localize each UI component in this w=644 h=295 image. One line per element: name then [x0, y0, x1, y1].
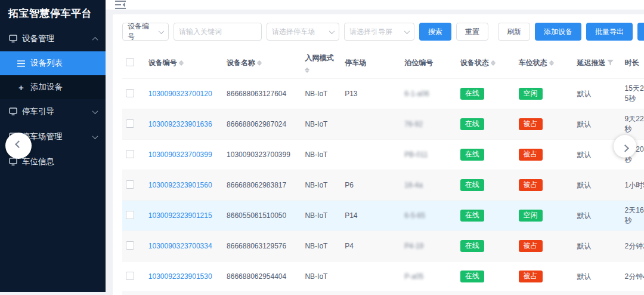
- chevron-down-icon: [159, 28, 165, 34]
- add-device-button[interactable]: 添加设备: [535, 23, 581, 41]
- batch-export-button[interactable]: 批量导出: [586, 23, 633, 41]
- sidebar-item-parking-guidance[interactable]: 停车引导: [0, 99, 106, 124]
- row-checkbox[interactable]: [126, 180, 134, 189]
- parking-lot-cell: 空间公司停车场: [341, 292, 401, 295]
- batch-delete-button[interactable]: 批量删除: [637, 23, 644, 41]
- device-name-cell: 866055061510050: [223, 201, 301, 231]
- parking-lot-cell: P13: [341, 79, 401, 109]
- col-duration: 时长: [625, 59, 639, 67]
- filter-funnel-icon[interactable]: [607, 59, 614, 67]
- row-checkbox[interactable]: [126, 119, 134, 128]
- chevron-left-icon: [15, 140, 23, 148]
- sort-icon[interactable]: [549, 60, 554, 66]
- col-device-name[interactable]: 设备名称: [227, 58, 255, 68]
- chevron-down-icon: [92, 133, 98, 139]
- chevron-up-icon: [92, 36, 98, 42]
- search-button[interactable]: 搜索: [419, 23, 451, 41]
- sort-icon[interactable]: [257, 60, 262, 66]
- sidebar-item-device-list[interactable]: 设备列表: [0, 51, 106, 75]
- duration-cell: 2分钟41秒: [621, 262, 644, 292]
- duration-cell: 2分钟22秒: [621, 231, 644, 262]
- col-delay-push[interactable]: 延迟推送: [577, 58, 605, 68]
- content-area: 设备编号 请选择停车场 请选择引导屏 搜索 重置 刷新 添加设备: [106, 10, 644, 295]
- col-slot-status[interactable]: 车位状态: [519, 58, 547, 68]
- delay-push-cell: 默认: [573, 170, 621, 201]
- sidebar-item-label: 添加设备: [30, 82, 63, 93]
- network-mode-cell: NB-IoT: [301, 201, 341, 231]
- sidebar-item-label: 设备列表: [30, 58, 63, 69]
- device-name-cell: 866688063129576: [223, 231, 301, 262]
- reset-button[interactable]: 重置: [456, 23, 488, 41]
- berth-no-cell: 76-92: [404, 120, 423, 128]
- device-id-link[interactable]: 1030092323901215: [148, 211, 212, 220]
- table-row: 1030092323901560 866688062983817 NB-IoT …: [122, 170, 644, 201]
- slot-status-badge: 空闲: [519, 210, 543, 221]
- duration-cell: 15天20小时38分钟15秒: [621, 79, 644, 109]
- parking-lot-cell: [341, 262, 401, 292]
- duration-cell: 2小时31分钟23秒: [621, 292, 644, 295]
- row-checkbox[interactable]: [126, 211, 134, 219]
- chevron-right-icon: [621, 144, 629, 152]
- device-id-link[interactable]: 1030092323901636: [148, 120, 212, 128]
- device-name-cell: 866688062983817: [223, 170, 301, 201]
- sidebar-item-add-device[interactable]: + 添加设备: [0, 75, 106, 99]
- col-device-status[interactable]: 设备状态: [460, 58, 489, 68]
- chevron-down-icon: [92, 108, 98, 114]
- sidebar-item-label: 车位信息: [22, 156, 54, 167]
- refresh-button[interactable]: 刷新: [498, 23, 530, 41]
- parking-lot-placeholder: 请选择停车场: [272, 27, 315, 37]
- delay-push-cell: 默认: [573, 79, 621, 109]
- device-status-badge: 在线: [460, 118, 484, 130]
- col-network-mode[interactable]: 入网模式: [305, 54, 333, 62]
- sidebar-item-label: 设备管理: [22, 33, 54, 44]
- table-row: 1030090323700120 866688063127604 NB-IoT …: [122, 79, 644, 109]
- berth-no-cell: 6-1-a06: [404, 90, 429, 98]
- sidebar-collapse-button[interactable]: [5, 133, 32, 159]
- device-id-link[interactable]: 1030092323901530: [148, 272, 212, 281]
- col-parking-lot: 停车场: [345, 59, 366, 67]
- device-icon: [8, 35, 17, 44]
- sort-icon[interactable]: [179, 60, 184, 66]
- col-device-id[interactable]: 设备编号: [148, 58, 177, 68]
- search-field-select[interactable]: 设备编号: [122, 23, 169, 41]
- device-name-cell: 866688062987024: [223, 109, 301, 140]
- device-id-link[interactable]: 1030090323700120: [148, 90, 212, 98]
- table-row: 1030092323901530 866688062954404 NB-IoT …: [122, 262, 644, 292]
- network-mode-cell: NB-IoT: [301, 79, 341, 109]
- berth-no-cell: PB-011: [404, 150, 428, 159]
- parking-lot-cell: P14: [341, 201, 401, 231]
- berth-no-cell: 6-5-65: [404, 211, 425, 220]
- sidebar-item-device-management[interactable]: 设备管理: [0, 26, 106, 51]
- table-scroll-right-button[interactable]: [614, 135, 636, 158]
- keyword-input[interactable]: [179, 27, 256, 36]
- table-row: 1030092323901323 866688062986505 NB-IoT …: [122, 292, 644, 295]
- sort-icon[interactable]: [305, 67, 309, 73]
- select-all-checkbox[interactable]: [126, 58, 134, 66]
- row-checkbox[interactable]: [126, 150, 134, 158]
- device-id-link[interactable]: 1030092323901560: [148, 181, 212, 189]
- device-id-link[interactable]: 1030090323700399: [148, 150, 212, 159]
- table-row: 1030092323901636 866688062987024 NB-IoT …: [122, 109, 644, 140]
- row-checkbox[interactable]: [126, 89, 134, 97]
- table-row: 1030090323700334 866688063129576 NB-IoT …: [122, 231, 644, 262]
- parking-lot-cell: [341, 109, 401, 140]
- berth-no-cell: 16-4a: [404, 181, 423, 189]
- row-checkbox[interactable]: [126, 241, 134, 250]
- device-id-link[interactable]: 1030090323700334: [148, 242, 212, 250]
- menu-fold-icon[interactable]: [115, 0, 126, 10]
- sort-icon[interactable]: [491, 60, 496, 66]
- network-mode-cell: NB-IoT: [301, 292, 341, 295]
- device-name-cell: 866688062986505: [223, 292, 301, 295]
- main-area: ●●●●●●(●●●●) 设备编号 请选择停车场 请选择引导屏: [106, 0, 644, 295]
- delay-push-cell: 默认: [573, 109, 621, 140]
- filter-bar: 设备编号 请选择停车场 请选择引导屏 搜索 重置 刷新 添加设备: [122, 23, 644, 41]
- guidance-screen-select[interactable]: 请选择引导屏: [344, 23, 414, 41]
- network-mode-cell: NB-IoT: [301, 140, 341, 170]
- parking-lot-select[interactable]: 请选择停车场: [267, 23, 339, 41]
- network-mode-cell: NB-IoT: [301, 262, 341, 292]
- sidebar: 拓宝智慧停车平台 设备管理 设备列表 + 添加设备 停车引导 停: [0, 0, 106, 292]
- device-name-cell: 866688062954404: [223, 262, 301, 292]
- row-checkbox[interactable]: [126, 272, 134, 280]
- guidance-screen-placeholder: 请选择引导屏: [349, 27, 392, 37]
- device-status-badge: 在线: [460, 179, 484, 190]
